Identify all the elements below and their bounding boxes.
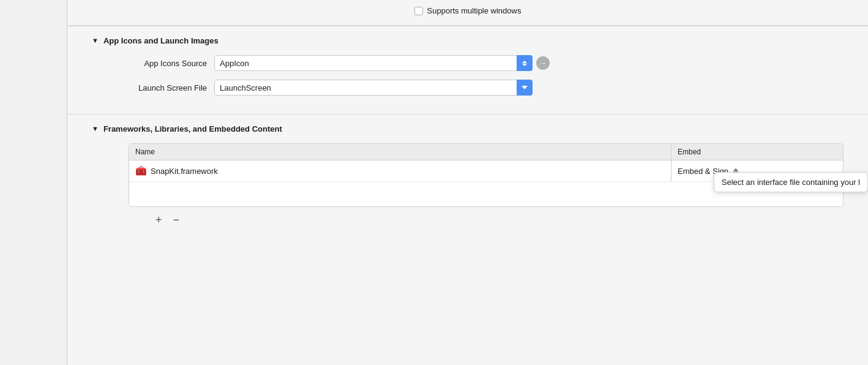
tooltip-text: Select an interface file containing your… — [722, 178, 860, 187]
chevron-down-icon — [522, 86, 528, 89]
app-icons-triangle-icon[interactable]: ▼ — [92, 37, 99, 44]
top-section: Supports multiple windows — [67, 0, 868, 26]
app-icons-section: ▼ App Icons and Launch Images App Icons … — [67, 26, 868, 115]
launch-screen-file-label: Launch Screen File — [92, 83, 214, 92]
frameworks-section-header: ▼ Frameworks, Libraries, and Embedded Co… — [92, 124, 844, 134]
add-button[interactable]: + — [153, 213, 165, 227]
arrow-down-icon — [522, 64, 527, 66]
table-header-embed: Embed — [672, 144, 843, 160]
app-icons-source-wrapper: AppIcon → — [214, 55, 550, 71]
navigate-icon: → — [539, 59, 547, 67]
frameworks-section-title: Frameworks, Libraries, and Embedded Cont… — [103, 124, 282, 134]
framework-icon: 🧰 — [135, 165, 147, 176]
left-sidebar — [0, 0, 67, 365]
table-header: Name Embed — [129, 144, 843, 160]
launch-screen-file-dropdown[interactable] — [517, 80, 533, 96]
launch-screen-file-row: Launch Screen File LaunchScreen — [92, 80, 844, 96]
tooltip-dropdown: Select an interface file containing your… — [714, 172, 868, 192]
app-icons-section-header: ▼ App Icons and Launch Images — [92, 36, 844, 45]
app-icons-section-title: App Icons and Launch Images — [103, 36, 219, 45]
bottom-toolbar: + − — [92, 207, 844, 233]
framework-name: SnapKit.framework — [151, 167, 218, 176]
launch-screen-file-select[interactable]: LaunchScreen — [214, 80, 533, 96]
supports-multiple-windows-label: Supports multiple windows — [427, 6, 522, 15]
frameworks-triangle-icon[interactable]: ▼ — [92, 126, 99, 132]
supports-multiple-windows-checkbox[interactable] — [414, 7, 423, 15]
content-area: Supports multiple windows ▼ App Icons an… — [67, 0, 868, 365]
app-icons-source-select[interactable]: AppIcon — [214, 55, 533, 71]
app-icons-navigate-button[interactable]: → — [536, 56, 550, 70]
stepper-up-icon — [733, 168, 738, 171]
arrow-up-icon — [522, 61, 527, 63]
supports-multiple-windows-row: Supports multiple windows — [414, 6, 522, 15]
table-cell-name: 🧰 SnapKit.framework — [129, 160, 672, 181]
main-container: Supports multiple windows ▼ App Icons an… — [0, 0, 868, 365]
remove-button[interactable]: − — [171, 213, 182, 227]
table-header-name: Name — [129, 144, 672, 160]
app-icons-source-stepper[interactable] — [517, 55, 533, 71]
app-icons-source-label: App Icons Source — [92, 59, 214, 68]
launch-screen-file-wrapper: LaunchScreen — [214, 80, 533, 96]
app-icons-source-row: App Icons Source AppIcon → — [92, 55, 844, 71]
